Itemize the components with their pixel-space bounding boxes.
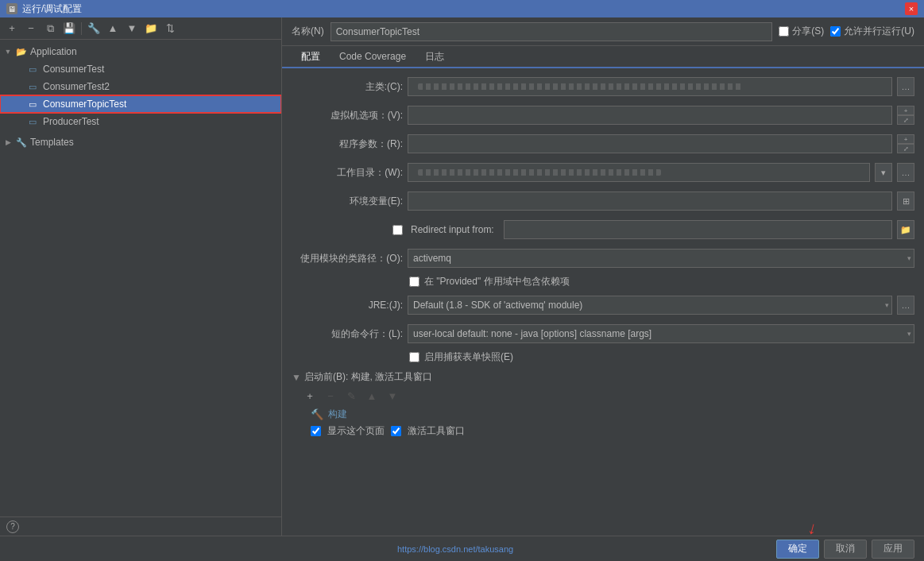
working-dir-blurred-content: [413, 164, 864, 181]
sort-button[interactable]: ⇅: [161, 20, 179, 37]
before-launch-actions: + − ✎ ▲ ▼: [301, 387, 914, 404]
working-dir-label: 工作目录：(W):: [292, 166, 403, 180]
wrench-icon: 🔧: [16, 137, 27, 148]
include-provided-label: 在 "Provided" 作用域中包含依赖项: [424, 275, 570, 288]
tree-templates-group[interactable]: ▶ 🔧 Templates: [0, 133, 281, 151]
activate-tools-checkbox[interactable]: [391, 426, 401, 436]
before-launch-remove-btn[interactable]: −: [322, 387, 339, 404]
tab-config[interactable]: 配置: [292, 46, 330, 68]
share-group: 分享(S): [779, 25, 824, 38]
tree-item-consumertest[interactable]: ▭ ConsumerTest: [0, 60, 281, 78]
env-vars-edit-btn[interactable]: ⊞: [897, 192, 914, 211]
program-args-label: 程序参数：(R):: [292, 137, 403, 151]
bottom-bar: ↓ https://blog.csdn.net/takusang 确定 取消 应…: [0, 536, 924, 561]
tabs-bar: 配置 Code Coverage 日志: [282, 46, 924, 68]
before-launch-add-btn[interactable]: +: [301, 387, 319, 404]
right-header: 名称(N) 分享(S) 允许并行运行(U) ↓: [282, 17, 924, 46]
window-title: 运行/调试配置: [22, 2, 82, 16]
env-vars-input[interactable]: [408, 192, 892, 211]
folder-button[interactable]: 📁: [142, 20, 160, 37]
app-icon: 🖥: [6, 3, 17, 14]
tab-log[interactable]: 日志: [416, 46, 454, 68]
before-launch-label: 启动前(B): 构建, 激活工具窗口: [304, 370, 432, 384]
move-up-button[interactable]: ▲: [104, 20, 122, 37]
tree-label-consumertopictest: ConsumerTopicTest: [43, 99, 126, 110]
before-launch-edit-btn[interactable]: ✎: [342, 387, 360, 404]
parallel-checkbox[interactable]: [830, 26, 841, 37]
parallel-label: 允许并行运行(U): [844, 25, 914, 38]
main-class-browse-btn[interactable]: …: [897, 77, 914, 96]
redirect-browse-btn[interactable]: 📁: [897, 220, 914, 239]
tab-coverage[interactable]: Code Coverage: [330, 46, 416, 68]
name-label: 名称(N): [292, 25, 324, 38]
vm-options-add-btn[interactable]: +: [897, 106, 914, 115]
save-button[interactable]: 💾: [60, 20, 78, 37]
capture-label: 启用捕获表单快照(E): [424, 350, 513, 364]
cancel-button[interactable]: 取消: [824, 540, 867, 559]
tree-item-consumertopictest[interactable]: ▭ ConsumerTopicTest: [0, 95, 281, 113]
program-args-add-btn[interactable]: +: [897, 134, 914, 144]
capture-checkbox[interactable]: [409, 352, 419, 362]
right-panel: 名称(N) 分享(S) 允许并行运行(U) ↓ 配置 Code Coverage…: [282, 17, 924, 536]
program-args-buttons: + ⤢: [897, 134, 914, 153]
blog-link[interactable]: https://blog.csdn.net/takusang: [397, 544, 513, 554]
redirect-label: Redirect input from:: [411, 224, 494, 235]
module-path-label: 使用模块的类路径：(O):: [292, 252, 403, 265]
show-page-checkbox[interactable]: [311, 426, 321, 436]
confirm-button[interactable]: 确定: [776, 540, 819, 559]
jre-browse-btn[interactable]: …: [897, 296, 914, 315]
expand-templates-icon[interactable]: ▶: [3, 137, 13, 147]
module-select-wrapper: activemq ▾: [408, 249, 914, 268]
tree-item-consumertest2[interactable]: ▭ ConsumerTest2: [0, 78, 281, 95]
redirect-row: Redirect input from: 📁: [292, 218, 914, 242]
build-icon: 🔨: [311, 408, 323, 420]
include-provided-checkbox[interactable]: [409, 277, 419, 287]
main-class-label: 主类:(C):: [292, 80, 403, 94]
java-file-icon-3: ▭: [29, 99, 40, 110]
add-button[interactable]: +: [3, 20, 21, 37]
before-launch-collapse-icon[interactable]: ▼: [292, 372, 301, 383]
apply-button[interactable]: 应用: [872, 540, 914, 559]
vm-options-expand-btn[interactable]: ⤢: [897, 115, 914, 125]
env-vars-row: 环境变量(E): ⊞: [292, 189, 914, 213]
program-args-expand-btn[interactable]: ⤢: [897, 144, 914, 153]
before-launch-bottom-row: 显示这个页面 激活工具窗口: [311, 424, 914, 438]
short-cmd-select[interactable]: user-local default: none - java [options…: [408, 324, 914, 343]
vm-options-input[interactable]: [408, 106, 892, 125]
short-cmd-row: 短的命令行：(L): user-local default: none - ja…: [292, 322, 914, 346]
close-button[interactable]: ×: [905, 2, 918, 15]
remove-button[interactable]: −: [22, 20, 40, 37]
module-select[interactable]: activemq: [408, 249, 914, 268]
tree-application-group[interactable]: ▼ 📂 Application: [0, 43, 281, 60]
build-label: 构建: [328, 408, 347, 421]
tree-label-consumertest2: ConsumerTest2: [43, 81, 110, 92]
copy-button[interactable]: ⧉: [41, 20, 59, 37]
redirect-input[interactable]: [504, 220, 892, 239]
jre-select[interactable]: Default (1.8 - SDK of 'activemq' module): [408, 296, 892, 315]
program-args-input[interactable]: [408, 134, 892, 153]
working-dir-row: 工作目录：(W): ▾ …: [292, 161, 914, 184]
application-folder-icon: 📂: [16, 47, 27, 57]
before-launch-down-btn[interactable]: ▼: [384, 387, 401, 404]
move-down-button[interactable]: ▼: [123, 20, 141, 37]
help-button[interactable]: ?: [6, 520, 19, 533]
include-provided-row: 在 "Provided" 作用域中包含依赖项: [409, 275, 914, 288]
expand-application-icon[interactable]: ▼: [3, 47, 13, 56]
build-item: 🔨 构建: [311, 408, 914, 421]
templates-group-label: Templates: [30, 137, 74, 148]
working-dir-dropdown-btn[interactable]: ▾: [875, 163, 892, 182]
name-input[interactable]: [331, 22, 773, 41]
settings-button[interactable]: 🔧: [85, 20, 102, 37]
before-launch-up-btn[interactable]: ▲: [363, 387, 381, 404]
module-path-row: 使用模块的类路径：(O): activemq ▾: [292, 246, 914, 270]
redirect-checkbox[interactable]: [392, 225, 403, 235]
tree-item-producertest[interactable]: ▭ ProducerTest: [0, 113, 281, 130]
share-label: 分享(S): [792, 25, 824, 38]
left-panel: + − ⧉ 💾 🔧 ▲ ▼ 📁 ⇅ ▼ 📂 Application ▭ Cons…: [0, 17, 282, 536]
main-class-blurred: [408, 77, 892, 96]
left-toolbar: + − ⧉ 💾 🔧 ▲ ▼ 📁 ⇅: [0, 17, 281, 40]
java-file-icon-2: ▭: [29, 82, 40, 92]
share-checkbox[interactable]: [779, 26, 789, 37]
vm-options-row: 虚拟机选项：(V): + ⤢: [292, 103, 914, 127]
working-dir-browse-btn[interactable]: …: [897, 163, 914, 182]
